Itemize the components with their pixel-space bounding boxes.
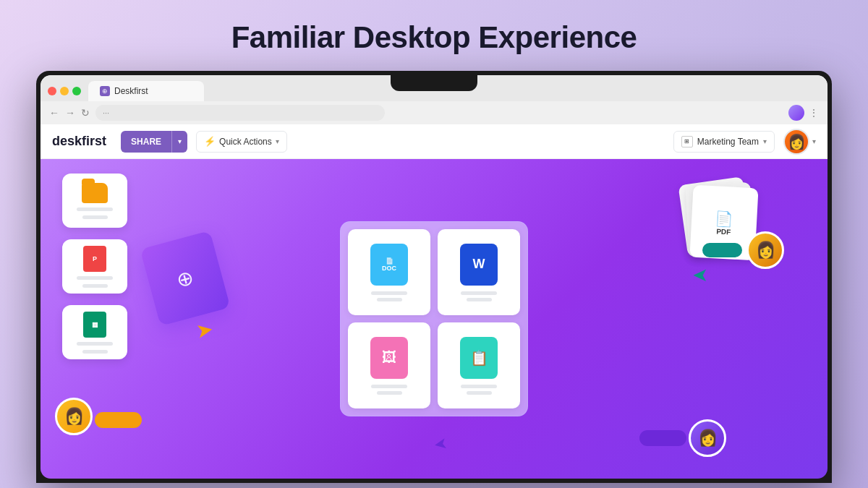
traffic-lights bbox=[48, 87, 81, 95]
yellow-arrow-icon: ➤ bbox=[194, 317, 214, 343]
tab-label: Deskfirst bbox=[114, 86, 148, 96]
camera-notch bbox=[391, 75, 477, 91]
profile-icon-sm bbox=[788, 105, 804, 121]
word-icon: W bbox=[460, 244, 498, 286]
yellow-pill bbox=[95, 412, 142, 428]
more-options-icon[interactable]: ⋮ bbox=[809, 107, 819, 119]
share-button[interactable]: SHARE ▾ bbox=[121, 131, 187, 153]
lightning-icon: ⚡ bbox=[204, 136, 216, 147]
folder-icon bbox=[82, 183, 108, 203]
forward-button[interactable]: → bbox=[65, 107, 75, 119]
app-logo: deskfirst bbox=[52, 134, 106, 149]
file-icon: 📋 bbox=[460, 337, 498, 379]
left-file-cards: P ▦ bbox=[62, 174, 127, 359]
doc-card-lines bbox=[371, 291, 407, 301]
doc-line-2 bbox=[377, 298, 402, 301]
pdf-card-line-1 bbox=[77, 276, 113, 280]
profile-area: ⋮ bbox=[788, 105, 819, 121]
back-button[interactable]: ← bbox=[49, 107, 59, 119]
maximize-traffic-light[interactable] bbox=[72, 87, 81, 95]
green-file-card[interactable]: ▦ bbox=[62, 305, 127, 359]
word-card-lines bbox=[461, 291, 497, 301]
share-chevron: ▾ bbox=[172, 131, 187, 153]
img-card-lines bbox=[371, 385, 407, 395]
user-chevron: ▾ bbox=[812, 137, 816, 145]
team-icon: ⊞ bbox=[681, 136, 693, 147]
tab-favicon bbox=[100, 86, 110, 96]
main-content: P ▦ ⊕ ➤ 👩 bbox=[41, 159, 827, 479]
purple-card-icon: ⊕ bbox=[174, 265, 197, 292]
minimize-traffic-light[interactable] bbox=[60, 87, 69, 95]
grid-card-image[interactable]: 🖼 bbox=[348, 322, 430, 408]
marketing-team-button[interactable]: ⊞ Marketing Team ▾ bbox=[673, 131, 775, 153]
purple-tilted-card[interactable]: ⊕ bbox=[140, 231, 230, 326]
card-line-2 bbox=[82, 215, 108, 219]
pdf-icon-left: P bbox=[83, 246, 106, 272]
center-file-grid: 📄 DOC W bbox=[340, 221, 528, 416]
green-card-line-1 bbox=[77, 342, 113, 346]
reload-button[interactable]: ↻ bbox=[81, 107, 90, 119]
green-file-icon: ▦ bbox=[83, 312, 106, 338]
app-toolbar: deskfirst SHARE ▾ ⚡ Quick Actions ▾ ⊞ Ma… bbox=[41, 124, 827, 159]
word-line-2 bbox=[467, 298, 492, 301]
card-line-1 bbox=[77, 207, 113, 211]
user-avatar-bottom-right: 👩 bbox=[689, 419, 726, 457]
doc-line-1 bbox=[371, 291, 407, 295]
pdf-card-left[interactable]: P bbox=[62, 239, 127, 294]
doc-icon-page: 📄 bbox=[386, 257, 393, 265]
quick-actions-label: Quick Actions bbox=[219, 137, 272, 147]
monitor-inner: Deskfirst ← → ↻ ··· ⋮ deskfirst SH bbox=[41, 75, 827, 479]
grid-card-file[interactable]: 📋 bbox=[438, 322, 520, 408]
pdf-card-line-2 bbox=[82, 284, 108, 288]
doc-icon: 📄 DOC bbox=[370, 244, 408, 286]
teal-pill bbox=[702, 243, 742, 257]
close-traffic-light[interactable] bbox=[48, 87, 56, 95]
quick-actions-chevron: ▾ bbox=[276, 137, 279, 145]
word-type-label: W bbox=[473, 257, 485, 272]
monitor-frame: Deskfirst ← → ↻ ··· ⋮ deskfirst SH bbox=[36, 71, 832, 483]
address-bar[interactable]: ··· bbox=[95, 105, 385, 121]
share-label: SHARE bbox=[121, 131, 172, 153]
user-avatar-right: 👩 bbox=[746, 231, 784, 269]
doc-type-label: DOC bbox=[382, 265, 396, 272]
user-avatar-toolbar[interactable]: 👩 bbox=[783, 129, 809, 155]
user-avatar-bottom-left: 👩 bbox=[55, 398, 93, 435]
file-card-lines bbox=[461, 385, 497, 395]
user-avatar-area: 👩 ▾ bbox=[783, 129, 816, 155]
quick-actions-button[interactable]: ⚡ Quick Actions ▾ bbox=[196, 131, 287, 153]
address-text: ··· bbox=[103, 108, 109, 117]
marketing-team-label: Marketing Team bbox=[697, 137, 759, 147]
folder-card[interactable] bbox=[62, 174, 127, 228]
teal-arrow-icon: ➤ bbox=[692, 264, 708, 286]
image-icon: 🖼 bbox=[370, 337, 408, 379]
file-line-2 bbox=[467, 391, 492, 395]
grid-card-doc[interactable]: 📄 DOC bbox=[348, 229, 430, 315]
page-title: Familiar Desktop Experience bbox=[231, 20, 637, 55]
purple-arrow-icon: ➤ bbox=[433, 434, 448, 455]
pdf-stack-icon: 📄 PDF bbox=[715, 210, 734, 236]
word-line-1 bbox=[461, 291, 497, 295]
browser-nav-bar: ← → ↻ ··· ⋮ bbox=[41, 101, 827, 124]
grid-card-word[interactable]: W bbox=[438, 229, 520, 315]
img-line-2 bbox=[377, 391, 402, 395]
green-card-line-2 bbox=[82, 350, 108, 354]
purple-pill bbox=[639, 430, 686, 446]
browser-tab[interactable]: Deskfirst bbox=[88, 81, 204, 101]
team-chevron: ▾ bbox=[763, 137, 767, 145]
file-line-1 bbox=[461, 385, 497, 388]
img-line-1 bbox=[371, 385, 407, 388]
